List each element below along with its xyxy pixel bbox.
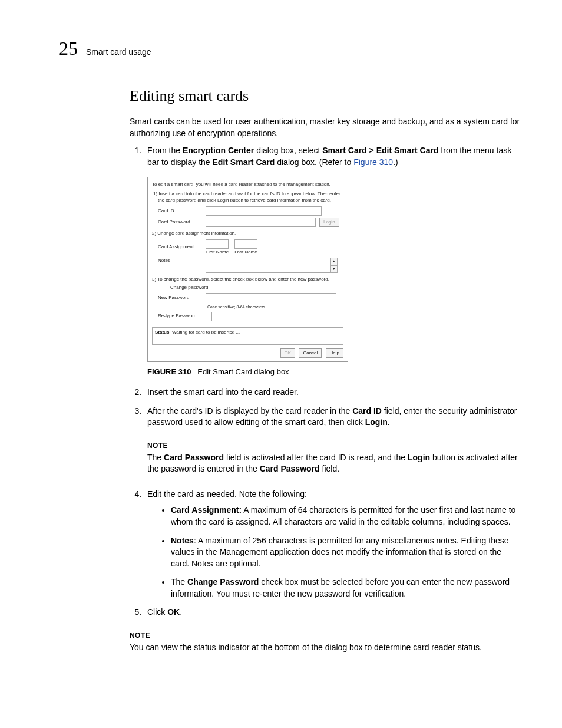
- note-block-2: NOTE You can view the status indicator a…: [130, 627, 521, 658]
- step-4-bullets: Card Assignment: A maximum of 64 charact…: [147, 505, 521, 599]
- content-column: Editing smart cards Smart cards can be u…: [130, 85, 521, 659]
- steps-list: From the Encryption Center dialog box, s…: [130, 145, 521, 618]
- dialog-hint: To edit a smart card, you will need a ca…: [152, 182, 343, 188]
- bullet-notes: Notes: A maximum of 256 characters is pe…: [171, 535, 521, 570]
- step-3: After the card's ID is displayed by the …: [144, 406, 521, 480]
- ok-button[interactable]: OK: [280, 348, 296, 358]
- figure-ref-link[interactable]: Figure 310: [353, 157, 393, 167]
- bullet-card-assignment: Card Assignment: A maximum of 64 charact…: [171, 505, 521, 528]
- note-label: NOTE: [147, 441, 521, 451]
- page-header: 25 Smart card usage: [59, 35, 521, 62]
- dialog-step1: 1) Insert a card into the card reader an…: [153, 191, 343, 204]
- bullet-change-password: The Change Password check box must be se…: [171, 577, 521, 599]
- dialog-step3: 3) To change the password, select the ch…: [152, 276, 343, 283]
- status-box: Status: Waiting for card to be inserted …: [152, 327, 343, 345]
- edit-smart-card-dialog: To edit a smart card, you will need a ca…: [147, 177, 348, 362]
- section-heading: Editing smart cards: [130, 85, 521, 107]
- card-id-field[interactable]: [206, 206, 322, 216]
- note-text: You can view the status indicator at the…: [130, 642, 521, 654]
- scroll-up-icon[interactable]: ▴: [330, 258, 338, 265]
- page-number: 25: [59, 35, 78, 62]
- dialog-buttons: OK Cancel Help: [152, 348, 343, 358]
- notes-scrollbar[interactable]: ▴ ▾: [330, 258, 338, 273]
- notes-label: Notes: [158, 258, 202, 264]
- step-1: From the Encryption Center dialog box, s…: [144, 145, 521, 377]
- running-title: Smart card usage: [86, 47, 151, 58]
- help-button[interactable]: Help: [326, 348, 343, 358]
- change-password-label: Change password: [170, 285, 208, 291]
- card-password-field[interactable]: [206, 218, 316, 227]
- step-4: Edit the card as needed. Note the follow…: [144, 489, 521, 600]
- retype-password-field[interactable]: [211, 312, 336, 321]
- step-2: Insert the smart card into the card read…: [144, 387, 521, 398]
- login-button[interactable]: Login: [319, 218, 339, 227]
- intro-paragraph: Smart cards can be used for user authent…: [130, 116, 521, 139]
- step-5: Click OK.: [144, 607, 521, 618]
- notes-field[interactable]: ▴ ▾: [206, 258, 330, 273]
- note-text: The Card Password field is activated aft…: [147, 452, 521, 475]
- change-password-checkbox[interactable]: [158, 285, 164, 291]
- scroll-down-icon[interactable]: ▾: [330, 265, 338, 273]
- first-name-field[interactable]: [206, 239, 229, 249]
- figure-caption: FIGURE 310 Edit Smart Card dialog box: [147, 367, 521, 377]
- last-name-sublabel: Last Name: [234, 249, 257, 256]
- dialog-step2: 2) Change card assignment information.: [152, 230, 343, 237]
- card-assignment-label: Card Assignment: [158, 244, 202, 251]
- note-block-1: NOTE The Card Password field is activate…: [147, 437, 521, 480]
- card-password-label: Card Password: [158, 219, 202, 226]
- last-name-field[interactable]: [234, 239, 257, 249]
- password-hint: Case sensitive; 8-64 characters.: [207, 304, 343, 309]
- retype-password-label: Re-type Password: [158, 313, 208, 319]
- note-label: NOTE: [130, 631, 521, 641]
- card-id-label: Card ID: [158, 208, 202, 215]
- new-password-label: New Password: [158, 295, 202, 301]
- first-name-sublabel: First Name: [206, 249, 229, 256]
- figure-310: To edit a smart card, you will need a ca…: [147, 177, 521, 362]
- new-password-field[interactable]: [206, 293, 336, 302]
- cancel-button[interactable]: Cancel: [299, 348, 322, 358]
